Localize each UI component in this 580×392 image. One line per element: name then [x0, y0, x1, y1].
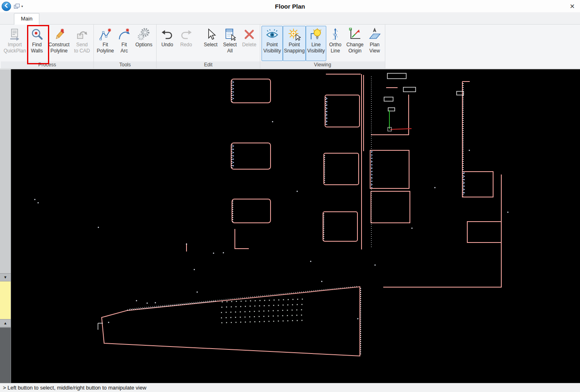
status-bar: > Left button to select, middle/right bu…: [0, 383, 580, 392]
point-snapping-button[interactable]: PointSnapping: [283, 26, 306, 61]
plan-view-label: Plan: [369, 42, 380, 48]
floor-plan-canvas[interactable]: [11, 69, 580, 383]
point-snapping-star-icon: [287, 27, 301, 41]
redo-button[interactable]: Redo: [177, 26, 196, 61]
import-quickplan-button[interactable]: ImportQuickPlan: [2, 26, 27, 61]
construct-polyline-icon: [52, 27, 66, 41]
left-strip-highlight[interactable]: [0, 281, 11, 319]
back-button[interactable]: [2, 2, 11, 11]
close-button[interactable]: ×: [570, 2, 575, 10]
ribbon-group-edit: Undo Redo Select SelectAll: [157, 25, 260, 68]
left-scroll-strip: ▼ ▲: [0, 69, 11, 383]
select-cursor-icon: [204, 27, 218, 41]
ribbon: ImportQuickPlan FindWalls ConstructPolyl…: [0, 25, 580, 69]
fit-arc-button[interactable]: FitArc: [116, 26, 133, 61]
window-titlebar: ▾ Floor Plan ×: [0, 0, 580, 12]
point-snapping-label: Point: [284, 42, 305, 48]
undo-button[interactable]: Undo: [158, 26, 177, 61]
select-button[interactable]: Select: [201, 26, 220, 61]
ortho-line-label: Ortho: [329, 42, 341, 48]
ortho-line-icon: [328, 27, 342, 41]
ortho-line-button[interactable]: OrthoLine: [326, 26, 344, 61]
undo-icon: [160, 27, 174, 41]
qat-dropdown-caret-icon[interactable]: ▾: [21, 5, 23, 8]
group-label-viewing: Viewing: [260, 61, 385, 68]
ribbon-group-process: ImportQuickPlan FindWalls ConstructPolyl…: [1, 25, 94, 68]
delete-button[interactable]: Delete: [240, 26, 259, 61]
find-walls-button[interactable]: FindWalls: [27, 26, 46, 61]
work-area: ▼ ▲: [0, 69, 580, 383]
fit-polyline-label: Fit: [97, 42, 114, 48]
plan-view-icon: [368, 27, 382, 41]
fit-arc-icon: [117, 27, 131, 41]
import-quickplan-icon: [8, 27, 22, 41]
point-cloud-view[interactable]: [11, 69, 580, 383]
point-visibility-button[interactable]: PointVisibility: [262, 26, 283, 61]
select-label: Select: [204, 42, 217, 48]
send-to-cad-label: Send: [74, 42, 90, 48]
triangle-up-icon: ▲: [4, 321, 7, 325]
options-button[interactable]: Options: [133, 26, 155, 61]
fit-polyline-icon: [98, 27, 112, 41]
line-visibility-button[interactable]: LineVisibility: [306, 26, 326, 61]
find-walls-icon: [30, 27, 44, 41]
ribbon-group-viewing: PointVisibility PointSnapping LineVisibi…: [260, 25, 385, 68]
tab-main[interactable]: Main: [14, 13, 39, 25]
undo-label: Undo: [161, 42, 173, 48]
options-label: Options: [135, 42, 152, 48]
quick-access-toolbar: ▾: [14, 4, 23, 9]
ribbon-group-tools: FitPolyline FitArc Options Tools: [94, 25, 157, 68]
change-origin-label: Change: [346, 42, 364, 48]
select-all-icon: [223, 27, 237, 41]
change-origin-button[interactable]: ChangeOrigin: [344, 26, 366, 61]
group-label-process: Process: [1, 61, 93, 68]
fit-arc-label: Fit: [121, 42, 128, 48]
find-walls-label: Find: [31, 42, 43, 48]
select-all-button[interactable]: SelectAll: [220, 26, 240, 61]
select-all-label: Select: [223, 42, 237, 48]
status-message: > Left button to select, middle/right bu…: [3, 385, 146, 391]
delete-label: Delete: [242, 42, 257, 48]
group-label-edit: Edit: [157, 61, 260, 68]
redo-icon: [179, 27, 193, 41]
change-origin-axes-icon: [348, 27, 362, 41]
group-label-tools: Tools: [94, 61, 156, 68]
redo-label: Redo: [180, 42, 192, 48]
scroll-up-button[interactable]: ▲: [0, 319, 11, 327]
point-visibility-eye-icon: [265, 27, 279, 41]
left-strip-track-top[interactable]: [0, 69, 11, 273]
left-strip-track-bottom[interactable]: [0, 327, 11, 383]
window-layers-icon[interactable]: [14, 4, 20, 9]
delete-x-icon: [242, 27, 256, 41]
point-visibility-label: Point: [263, 42, 281, 48]
send-to-cad-icon: [75, 27, 89, 41]
ribbon-tab-row: Main: [0, 12, 580, 25]
line-visibility-bulb-icon: [309, 27, 323, 41]
plan-view-button[interactable]: PlanView: [366, 26, 384, 61]
import-quickplan-label: Import: [4, 42, 26, 48]
options-gears-icon: [137, 27, 151, 41]
back-arrow-icon: [4, 3, 9, 9]
send-to-cad-button[interactable]: Sendto CAD: [72, 26, 92, 61]
construct-polyline-button[interactable]: ConstructPolyline: [46, 26, 72, 61]
fit-polyline-button[interactable]: FitPolyline: [95, 26, 116, 61]
line-visibility-label: Line: [307, 42, 325, 48]
scroll-down-button[interactable]: ▼: [0, 273, 11, 281]
triangle-down-icon: ▼: [4, 275, 7, 279]
window-title: Floor Plan: [0, 3, 580, 10]
construct-polyline-label: Construct: [48, 42, 69, 48]
